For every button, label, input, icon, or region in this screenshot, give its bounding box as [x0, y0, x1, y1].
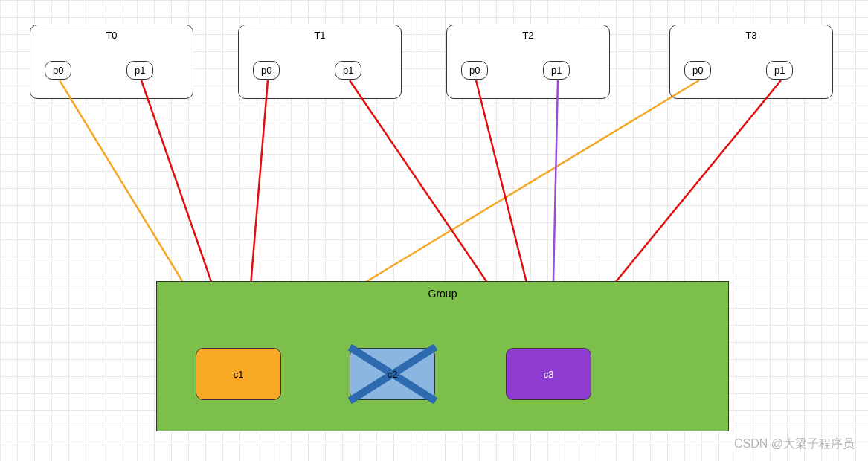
watermark: CSDN @大梁子程序员 [734, 436, 855, 452]
topic-label: T3 [745, 30, 756, 41]
partition-label: p1 [774, 65, 785, 76]
topic-label: T1 [314, 30, 325, 41]
consumer-label: c1 [234, 369, 244, 380]
partition-label: p0 [53, 65, 63, 76]
partition-label: p1 [551, 65, 562, 76]
topic-label: T0 [106, 30, 117, 41]
partition-t0-p0: p0 [45, 61, 71, 80]
partition-label: p0 [261, 65, 271, 76]
partition-t2-p0: p0 [461, 61, 488, 80]
partition-t0-p1: p1 [126, 61, 153, 80]
topic-label: T2 [522, 30, 533, 41]
group-label: Group [428, 288, 457, 300]
partition-t3-p0: p0 [684, 61, 711, 80]
partition-label: p1 [343, 65, 353, 76]
partition-t1-p0: p0 [253, 61, 280, 80]
consumer-label: c3 [544, 369, 554, 380]
partition-t1-p1: p1 [335, 61, 361, 80]
partition-label: p0 [469, 65, 480, 76]
consumer-c2: c2 [350, 348, 435, 400]
partition-t3-p1: p1 [766, 61, 793, 80]
partition-label: p0 [692, 65, 703, 76]
partition-label: p1 [135, 65, 145, 76]
consumer-c3: c3 [506, 348, 591, 400]
consumer-c1: c1 [196, 348, 281, 400]
partition-t2-p1: p1 [543, 61, 570, 80]
consumer-label: c2 [388, 369, 398, 380]
